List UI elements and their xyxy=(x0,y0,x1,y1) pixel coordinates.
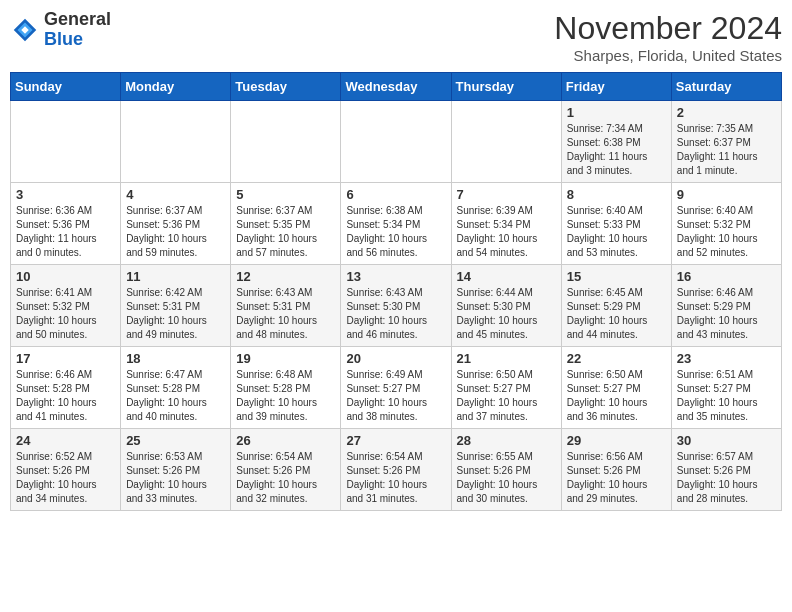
calendar-week-2: 3Sunrise: 6:36 AM Sunset: 5:36 PM Daylig… xyxy=(11,183,782,265)
day-info: Sunrise: 6:56 AM Sunset: 5:26 PM Dayligh… xyxy=(567,450,666,506)
calendar-week-3: 10Sunrise: 6:41 AM Sunset: 5:32 PM Dayli… xyxy=(11,265,782,347)
day-info: Sunrise: 6:46 AM Sunset: 5:29 PM Dayligh… xyxy=(677,286,776,342)
calendar-cell: 18Sunrise: 6:47 AM Sunset: 5:28 PM Dayli… xyxy=(121,347,231,429)
calendar-cell: 4Sunrise: 6:37 AM Sunset: 5:36 PM Daylig… xyxy=(121,183,231,265)
day-number: 22 xyxy=(567,351,666,366)
day-number: 16 xyxy=(677,269,776,284)
calendar-week-4: 17Sunrise: 6:46 AM Sunset: 5:28 PM Dayli… xyxy=(11,347,782,429)
calendar-cell xyxy=(121,101,231,183)
calendar-cell: 5Sunrise: 6:37 AM Sunset: 5:35 PM Daylig… xyxy=(231,183,341,265)
calendar-cell: 10Sunrise: 6:41 AM Sunset: 5:32 PM Dayli… xyxy=(11,265,121,347)
calendar-cell: 11Sunrise: 6:42 AM Sunset: 5:31 PM Dayli… xyxy=(121,265,231,347)
day-info: Sunrise: 6:54 AM Sunset: 5:26 PM Dayligh… xyxy=(346,450,445,506)
day-info: Sunrise: 6:39 AM Sunset: 5:34 PM Dayligh… xyxy=(457,204,556,260)
day-info: Sunrise: 6:44 AM Sunset: 5:30 PM Dayligh… xyxy=(457,286,556,342)
column-header-thursday: Thursday xyxy=(451,73,561,101)
calendar-cell: 23Sunrise: 6:51 AM Sunset: 5:27 PM Dayli… xyxy=(671,347,781,429)
day-info: Sunrise: 6:49 AM Sunset: 5:27 PM Dayligh… xyxy=(346,368,445,424)
day-number: 17 xyxy=(16,351,115,366)
day-number: 12 xyxy=(236,269,335,284)
day-info: Sunrise: 6:42 AM Sunset: 5:31 PM Dayligh… xyxy=(126,286,225,342)
calendar-cell: 1Sunrise: 7:34 AM Sunset: 6:38 PM Daylig… xyxy=(561,101,671,183)
column-header-tuesday: Tuesday xyxy=(231,73,341,101)
day-number: 30 xyxy=(677,433,776,448)
day-info: Sunrise: 6:36 AM Sunset: 5:36 PM Dayligh… xyxy=(16,204,115,260)
day-number: 20 xyxy=(346,351,445,366)
day-info: Sunrise: 6:40 AM Sunset: 5:32 PM Dayligh… xyxy=(677,204,776,260)
day-info: Sunrise: 6:45 AM Sunset: 5:29 PM Dayligh… xyxy=(567,286,666,342)
day-info: Sunrise: 7:35 AM Sunset: 6:37 PM Dayligh… xyxy=(677,122,776,178)
day-number: 2 xyxy=(677,105,776,120)
calendar-cell: 29Sunrise: 6:56 AM Sunset: 5:26 PM Dayli… xyxy=(561,429,671,511)
calendar-week-5: 24Sunrise: 6:52 AM Sunset: 5:26 PM Dayli… xyxy=(11,429,782,511)
day-info: Sunrise: 6:53 AM Sunset: 5:26 PM Dayligh… xyxy=(126,450,225,506)
day-number: 11 xyxy=(126,269,225,284)
calendar-cell: 19Sunrise: 6:48 AM Sunset: 5:28 PM Dayli… xyxy=(231,347,341,429)
day-number: 24 xyxy=(16,433,115,448)
logo-icon xyxy=(10,15,40,45)
day-number: 28 xyxy=(457,433,556,448)
day-number: 3 xyxy=(16,187,115,202)
column-header-saturday: Saturday xyxy=(671,73,781,101)
calendar-cell: 3Sunrise: 6:36 AM Sunset: 5:36 PM Daylig… xyxy=(11,183,121,265)
day-number: 5 xyxy=(236,187,335,202)
calendar-cell: 15Sunrise: 6:45 AM Sunset: 5:29 PM Dayli… xyxy=(561,265,671,347)
day-number: 27 xyxy=(346,433,445,448)
calendar-cell: 27Sunrise: 6:54 AM Sunset: 5:26 PM Dayli… xyxy=(341,429,451,511)
month-title: November 2024 xyxy=(554,10,782,47)
day-info: Sunrise: 6:55 AM Sunset: 5:26 PM Dayligh… xyxy=(457,450,556,506)
day-info: Sunrise: 6:37 AM Sunset: 5:35 PM Dayligh… xyxy=(236,204,335,260)
day-info: Sunrise: 7:34 AM Sunset: 6:38 PM Dayligh… xyxy=(567,122,666,178)
day-info: Sunrise: 6:50 AM Sunset: 5:27 PM Dayligh… xyxy=(567,368,666,424)
day-info: Sunrise: 6:57 AM Sunset: 5:26 PM Dayligh… xyxy=(677,450,776,506)
calendar-cell: 2Sunrise: 7:35 AM Sunset: 6:37 PM Daylig… xyxy=(671,101,781,183)
calendar-cell: 26Sunrise: 6:54 AM Sunset: 5:26 PM Dayli… xyxy=(231,429,341,511)
calendar-cell: 24Sunrise: 6:52 AM Sunset: 5:26 PM Dayli… xyxy=(11,429,121,511)
day-number: 9 xyxy=(677,187,776,202)
day-info: Sunrise: 6:47 AM Sunset: 5:28 PM Dayligh… xyxy=(126,368,225,424)
day-number: 15 xyxy=(567,269,666,284)
day-info: Sunrise: 6:52 AM Sunset: 5:26 PM Dayligh… xyxy=(16,450,115,506)
day-info: Sunrise: 6:38 AM Sunset: 5:34 PM Dayligh… xyxy=(346,204,445,260)
calendar-cell: 20Sunrise: 6:49 AM Sunset: 5:27 PM Dayli… xyxy=(341,347,451,429)
calendar-cell: 6Sunrise: 6:38 AM Sunset: 5:34 PM Daylig… xyxy=(341,183,451,265)
calendar-cell: 28Sunrise: 6:55 AM Sunset: 5:26 PM Dayli… xyxy=(451,429,561,511)
day-info: Sunrise: 6:50 AM Sunset: 5:27 PM Dayligh… xyxy=(457,368,556,424)
day-info: Sunrise: 6:41 AM Sunset: 5:32 PM Dayligh… xyxy=(16,286,115,342)
calendar-cell: 22Sunrise: 6:50 AM Sunset: 5:27 PM Dayli… xyxy=(561,347,671,429)
day-number: 25 xyxy=(126,433,225,448)
day-number: 6 xyxy=(346,187,445,202)
day-number: 19 xyxy=(236,351,335,366)
calendar-table: SundayMondayTuesdayWednesdayThursdayFrid… xyxy=(10,72,782,511)
day-info: Sunrise: 6:54 AM Sunset: 5:26 PM Dayligh… xyxy=(236,450,335,506)
day-number: 26 xyxy=(236,433,335,448)
title-block: November 2024 Sharpes, Florida, United S… xyxy=(554,10,782,64)
column-header-wednesday: Wednesday xyxy=(341,73,451,101)
location-subtitle: Sharpes, Florida, United States xyxy=(554,47,782,64)
day-number: 13 xyxy=(346,269,445,284)
calendar-cell: 16Sunrise: 6:46 AM Sunset: 5:29 PM Dayli… xyxy=(671,265,781,347)
calendar-week-1: 1Sunrise: 7:34 AM Sunset: 6:38 PM Daylig… xyxy=(11,101,782,183)
column-header-monday: Monday xyxy=(121,73,231,101)
calendar-cell: 14Sunrise: 6:44 AM Sunset: 5:30 PM Dayli… xyxy=(451,265,561,347)
calendar-cell: 8Sunrise: 6:40 AM Sunset: 5:33 PM Daylig… xyxy=(561,183,671,265)
day-number: 29 xyxy=(567,433,666,448)
day-number: 14 xyxy=(457,269,556,284)
calendar-cell: 12Sunrise: 6:43 AM Sunset: 5:31 PM Dayli… xyxy=(231,265,341,347)
day-info: Sunrise: 6:48 AM Sunset: 5:28 PM Dayligh… xyxy=(236,368,335,424)
calendar-header-row: SundayMondayTuesdayWednesdayThursdayFrid… xyxy=(11,73,782,101)
day-info: Sunrise: 6:46 AM Sunset: 5:28 PM Dayligh… xyxy=(16,368,115,424)
calendar-cell: 17Sunrise: 6:46 AM Sunset: 5:28 PM Dayli… xyxy=(11,347,121,429)
day-info: Sunrise: 6:43 AM Sunset: 5:31 PM Dayligh… xyxy=(236,286,335,342)
day-number: 1 xyxy=(567,105,666,120)
calendar-cell: 9Sunrise: 6:40 AM Sunset: 5:32 PM Daylig… xyxy=(671,183,781,265)
day-number: 21 xyxy=(457,351,556,366)
calendar-cell: 13Sunrise: 6:43 AM Sunset: 5:30 PM Dayli… xyxy=(341,265,451,347)
column-header-friday: Friday xyxy=(561,73,671,101)
day-number: 7 xyxy=(457,187,556,202)
calendar-cell: 30Sunrise: 6:57 AM Sunset: 5:26 PM Dayli… xyxy=(671,429,781,511)
day-info: Sunrise: 6:43 AM Sunset: 5:30 PM Dayligh… xyxy=(346,286,445,342)
day-info: Sunrise: 6:51 AM Sunset: 5:27 PM Dayligh… xyxy=(677,368,776,424)
logo-general-text: General xyxy=(44,10,111,30)
day-info: Sunrise: 6:37 AM Sunset: 5:36 PM Dayligh… xyxy=(126,204,225,260)
